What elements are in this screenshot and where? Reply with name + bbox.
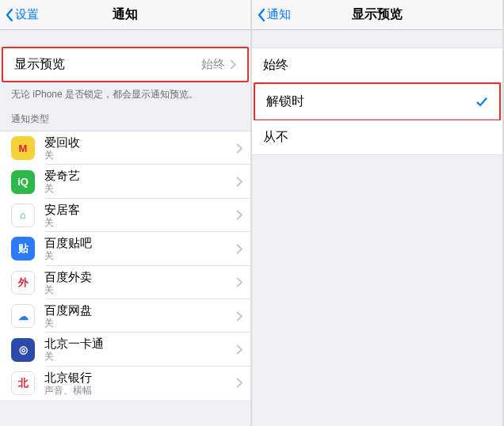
option-label: 解锁时 bbox=[266, 93, 475, 110]
chevron-right-icon bbox=[236, 344, 242, 355]
app-row[interactable]: 外百度外卖关 bbox=[0, 266, 250, 299]
chevron-right-icon bbox=[236, 244, 242, 254]
highlight-option-unlocked: 解锁时 bbox=[254, 82, 501, 121]
app-icon: 贴 bbox=[11, 237, 35, 261]
app-sub: 关 bbox=[44, 284, 236, 295]
app-row[interactable]: ◎北京一卡通关 bbox=[0, 333, 250, 366]
back-button[interactable]: 通知 bbox=[257, 7, 291, 22]
app-icon: iQ bbox=[11, 170, 35, 194]
app-icon: M bbox=[11, 136, 35, 160]
spacer bbox=[252, 30, 502, 48]
app-icon: ☁ bbox=[11, 304, 35, 328]
navbar-left: 设置 通知 bbox=[0, 0, 250, 30]
app-icon: ◎ bbox=[11, 338, 35, 362]
app-sub: 关 bbox=[44, 150, 236, 161]
app-icon: 北 bbox=[11, 371, 35, 395]
app-text: 百度贴吧关 bbox=[44, 236, 236, 261]
app-text: 北京一卡通关 bbox=[44, 337, 236, 362]
chevron-right-icon bbox=[236, 177, 242, 187]
app-name: 百度网盘 bbox=[44, 303, 236, 318]
app-sub: 关 bbox=[44, 217, 236, 228]
chevron-right-icon bbox=[236, 277, 242, 287]
checkmark-icon bbox=[475, 96, 488, 108]
app-row[interactable]: M爱回收关 bbox=[0, 131, 250, 165]
app-row[interactable]: ⌂安居客关 bbox=[0, 199, 250, 232]
app-row[interactable]: ☁百度网盘关 bbox=[0, 299, 250, 333]
app-sub: 声音、横幅 bbox=[44, 385, 236, 396]
app-name: 安居客 bbox=[44, 203, 236, 217]
highlight-show-preview: 显示预览 始终 bbox=[2, 47, 249, 82]
chevron-left-icon bbox=[5, 8, 14, 22]
row-value: 始终 bbox=[201, 57, 225, 72]
chevron-right-icon bbox=[236, 143, 242, 154]
pane-notifications: 设置 通知 显示预览 始终 无论 iPhone 是否锁定，都会显示通知预览。 通… bbox=[0, 0, 252, 426]
chevron-right-icon bbox=[236, 311, 242, 321]
option-row[interactable]: 从不 bbox=[252, 120, 502, 155]
app-text: 爱奇艺关 bbox=[44, 169, 236, 194]
app-icon: ⌂ bbox=[11, 203, 35, 227]
option-label: 始终 bbox=[263, 57, 491, 74]
app-name: 百度贴吧 bbox=[44, 236, 236, 250]
app-text: 安居客关 bbox=[44, 203, 236, 228]
group-header: 通知类型 bbox=[0, 105, 250, 131]
row-show-preview[interactable]: 显示预览 始终 bbox=[3, 48, 247, 81]
app-sub: 关 bbox=[44, 250, 236, 261]
app-name: 爱回收 bbox=[44, 135, 236, 150]
chevron-right-icon bbox=[236, 210, 242, 220]
app-text: 爱回收关 bbox=[44, 135, 236, 161]
app-sub: 关 bbox=[44, 318, 236, 329]
app-name: 百度外卖 bbox=[44, 270, 236, 284]
option-row[interactable]: 始终 bbox=[252, 48, 502, 83]
app-text: 北京银行声音、横幅 bbox=[44, 371, 236, 396]
footnote: 无论 iPhone 是否锁定，都会显示通知预览。 bbox=[0, 82, 250, 105]
options-list: 始终解锁时从不 bbox=[252, 48, 502, 155]
option-label: 从不 bbox=[263, 129, 491, 146]
pane-show-preview: 通知 显示预览 始终解锁时从不 bbox=[252, 0, 504, 426]
app-text: 百度外卖关 bbox=[44, 270, 236, 295]
option-row[interactable]: 解锁时 bbox=[255, 84, 499, 120]
back-button[interactable]: 设置 bbox=[5, 7, 39, 22]
app-name: 北京一卡通 bbox=[44, 337, 236, 351]
app-name: 爱奇艺 bbox=[44, 169, 236, 183]
app-text: 百度网盘关 bbox=[44, 303, 236, 329]
spacer bbox=[0, 30, 250, 48]
app-sub: 关 bbox=[44, 183, 236, 194]
app-sub: 关 bbox=[44, 351, 236, 362]
chevron-left-icon bbox=[257, 8, 266, 22]
back-label: 通知 bbox=[267, 7, 291, 22]
app-row[interactable]: 北北京银行声音、横幅 bbox=[0, 367, 250, 400]
app-icon: 外 bbox=[11, 271, 35, 295]
chevron-right-icon bbox=[230, 59, 236, 70]
navbar-right: 通知 显示预览 bbox=[252, 0, 502, 30]
back-label: 设置 bbox=[15, 7, 39, 22]
chevron-right-icon bbox=[236, 378, 242, 388]
app-row[interactable]: 贴百度贴吧关 bbox=[0, 232, 250, 265]
app-list: M爱回收关iQ爱奇艺关⌂安居客关贴百度贴吧关外百度外卖关☁百度网盘关◎北京一卡通… bbox=[0, 131, 250, 400]
app-name: 北京银行 bbox=[44, 371, 236, 385]
app-row[interactable]: iQ爱奇艺关 bbox=[0, 165, 250, 198]
row-label: 显示预览 bbox=[14, 56, 201, 73]
